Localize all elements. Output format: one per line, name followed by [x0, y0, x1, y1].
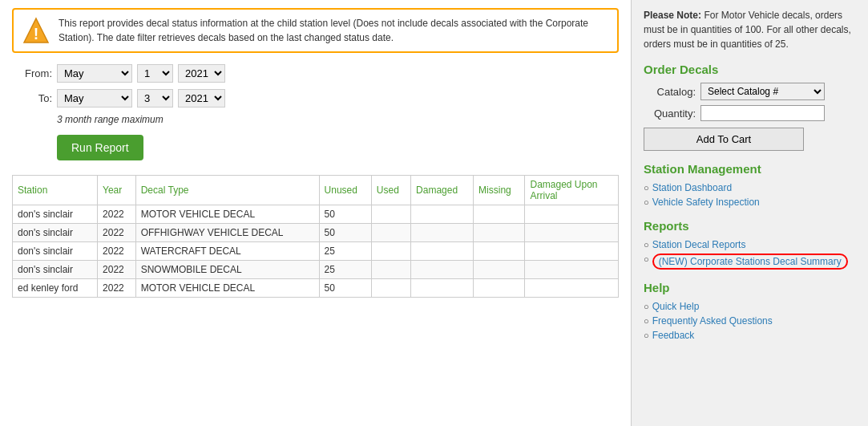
decal-table: Station Year Decal Type Unused Used Dama…: [12, 175, 619, 298]
corporate-stations-decal-link[interactable]: (NEW) Corporate Stations Decal Summary: [652, 254, 848, 270]
from-label: From:: [12, 67, 52, 79]
quantity-input[interactable]: [700, 105, 825, 121]
reports-title: Reports: [644, 219, 856, 233]
list-item: Frequently Asked Questions: [644, 315, 856, 327]
from-day-select[interactable]: 12345 678910 1112131415 1617181920 21222…: [137, 64, 173, 83]
table-row: don's sinclair2022SNOWMOBILE DECAL25: [13, 261, 619, 279]
list-item: Vehicle Safety Inspection: [644, 197, 856, 208]
svg-text:!: !: [34, 25, 39, 43]
from-month-select[interactable]: MayJanuaryFebruaryMarchApril JuneJulyAug…: [57, 64, 132, 83]
quantity-label: Quantity:: [644, 108, 696, 120]
to-label: To:: [12, 92, 52, 104]
station-mgmt-title: Station Management: [644, 162, 856, 176]
range-note: 3 month range maximum: [57, 114, 619, 125]
from-year-select[interactable]: 20212019202020222023: [178, 64, 225, 83]
col-damaged-upon-arrival: Damaged UponArrival: [525, 176, 619, 205]
help-links: Quick Help Frequently Asked Questions Fe…: [644, 301, 856, 341]
col-damaged: Damaged: [411, 176, 474, 205]
to-year-select[interactable]: 20212019202020222023: [178, 89, 225, 108]
station-decal-reports-link[interactable]: Station Decal Reports: [652, 239, 746, 250]
station-dashboard-link[interactable]: Station Dashboard: [652, 182, 732, 193]
station-mgmt-links: Station Dashboard Vehicle Safety Inspect…: [644, 182, 856, 208]
list-item: Station Dashboard: [644, 182, 856, 193]
vehicle-safety-link[interactable]: Vehicle Safety Inspection: [652, 197, 760, 208]
col-used: Used: [371, 176, 410, 205]
catalog-select[interactable]: Select Catalog # Option A Option B: [700, 83, 825, 100]
quantity-row: Quantity:: [644, 105, 856, 121]
order-decals-title: Order Decals: [644, 63, 856, 76]
feedback-link[interactable]: Feedback: [652, 330, 695, 341]
sidebar-note: Please Note: For Motor Vehicle decals, o…: [644, 8, 856, 51]
list-item: (NEW) Corporate Stations Decal Summary: [644, 254, 856, 270]
reports-links: Station Decal Reports (NEW) Corporate St…: [644, 239, 856, 270]
list-item: Station Decal Reports: [644, 239, 856, 250]
table-row: don's sinclair2022OFFHIGHWAY VEHICLE DEC…: [13, 224, 619, 242]
sidebar: Please Note: For Motor Vehicle decals, o…: [632, 0, 868, 426]
warning-box: ! This report provides decal status info…: [12, 8, 619, 53]
run-report-button[interactable]: Run Report: [57, 135, 143, 160]
warning-text: This report provides decal status inform…: [59, 16, 609, 45]
to-day-select[interactable]: 31245 678910 1112131415 1617181920 21222…: [137, 89, 173, 108]
to-month-select[interactable]: MayJanuaryFebruaryMarchApril JuneJulyAug…: [57, 89, 132, 108]
table-row: don's sinclair2022WATERCRAFT DECAL25: [13, 242, 619, 261]
list-item: Quick Help: [644, 301, 856, 312]
table-row: don's sinclair2022MOTOR VEHICLE DECAL50: [13, 205, 619, 224]
col-missing: Missing: [474, 176, 525, 205]
col-unused: Unused: [319, 176, 371, 205]
main-content: ! This report provides decal status info…: [0, 0, 632, 426]
catalog-label: Catalog:: [644, 86, 696, 98]
faq-link[interactable]: Frequently Asked Questions: [652, 315, 773, 327]
table-row: ed kenley ford2022MOTOR VEHICLE DECAL50: [13, 279, 619, 298]
col-station: Station: [13, 176, 98, 205]
list-item: Feedback: [644, 330, 856, 341]
table-header-row: Station Year Decal Type Unused Used Dama…: [13, 176, 619, 205]
col-decal-type: Decal Type: [135, 176, 319, 205]
add-to-cart-button[interactable]: Add To Cart: [644, 128, 804, 151]
to-filter-row: To: MayJanuaryFebruaryMarchApril JuneJul…: [12, 89, 619, 108]
page-layout: ! This report provides decal status info…: [0, 0, 868, 426]
from-filter-row: From: MayJanuaryFebruaryMarchApril JuneJ…: [12, 64, 619, 83]
please-note-label: Please Note:: [644, 10, 704, 21]
quick-help-link[interactable]: Quick Help: [652, 301, 700, 312]
warning-icon: !: [22, 16, 50, 45]
help-title: Help: [644, 281, 856, 294]
catalog-row: Catalog: Select Catalog # Option A Optio…: [644, 83, 856, 100]
col-year: Year: [98, 176, 136, 205]
